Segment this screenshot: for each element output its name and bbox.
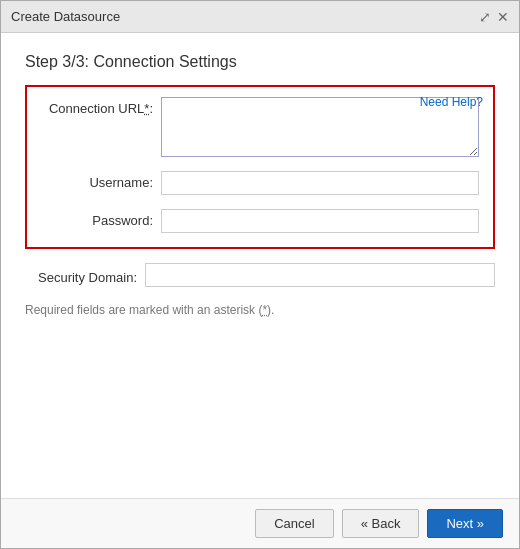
security-domain-input[interactable] xyxy=(145,263,495,287)
back-button[interactable]: « Back xyxy=(342,509,420,538)
required-note: Required fields are marked with an aster… xyxy=(25,303,495,317)
connection-url-label: Connection URL*: xyxy=(41,97,161,116)
dialog-footer: Cancel « Back Next » xyxy=(1,498,519,548)
asterisk-symbol: * xyxy=(262,303,267,317)
password-input[interactable] xyxy=(161,209,479,233)
dialog-titlebar: Create Datasource ⤢ ✕ xyxy=(1,1,519,33)
close-icon[interactable]: ✕ xyxy=(497,10,509,24)
security-domain-label: Security Domain: xyxy=(25,266,145,285)
cancel-button[interactable]: Cancel xyxy=(255,509,333,538)
dialog-title: Create Datasource xyxy=(11,9,120,24)
titlebar-icons: ⤢ ✕ xyxy=(479,10,509,24)
create-datasource-dialog: Create Datasource ⤢ ✕ Step 3/3: Connecti… xyxy=(0,0,520,549)
step-title: Step 3/3: Connection Settings xyxy=(25,53,495,71)
username-label: Username: xyxy=(41,171,161,190)
connection-url-row: Connection URL*: xyxy=(41,97,479,157)
required-section: Need Help? Connection URL*: Username: Pa… xyxy=(25,85,495,249)
username-row: Username: xyxy=(41,171,479,195)
security-domain-row: Security Domain: xyxy=(25,263,495,287)
password-row: Password: xyxy=(41,209,479,233)
username-input[interactable] xyxy=(161,171,479,195)
expand-icon[interactable]: ⤢ xyxy=(479,10,491,24)
need-help-link[interactable]: Need Help? xyxy=(420,95,483,109)
dialog-body: Step 3/3: Connection Settings Need Help?… xyxy=(1,33,519,498)
password-label: Password: xyxy=(41,209,161,228)
required-asterisk: * xyxy=(144,101,149,116)
next-button[interactable]: Next » xyxy=(427,509,503,538)
